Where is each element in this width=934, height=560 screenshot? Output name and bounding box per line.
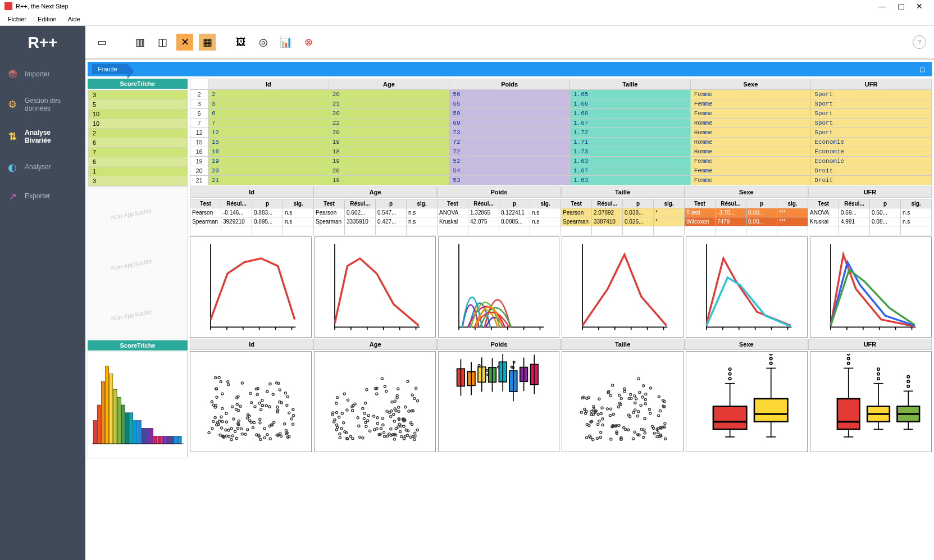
sidebar-item-exporter[interactable]: ↗ Exporter	[0, 182, 85, 211]
data-cell[interactable]: 1.65	[569, 90, 690, 99]
stat-cell[interactable]: 4.991	[839, 217, 870, 226]
stat-cell[interactable]: Pearson	[314, 208, 345, 217]
data-cell[interactable]: 12	[208, 128, 329, 138]
data-cell[interactable]: 73	[449, 128, 570, 138]
stat-cell[interactable]: Wilcoxon	[685, 217, 716, 226]
data-cell[interactable]: 1.67	[569, 119, 690, 128]
minimize-icon[interactable]: —	[878, 2, 886, 11]
data-cell[interactable]: 20	[329, 166, 449, 176]
row-index[interactable]: 16	[190, 147, 208, 157]
data-cell[interactable]: Sport	[811, 128, 932, 138]
stat-cell[interactable]: *	[654, 217, 685, 226]
scatter-chart[interactable]	[314, 351, 436, 452]
scatter-chart[interactable]	[190, 351, 312, 452]
row-index[interactable]: 15	[190, 138, 208, 147]
data-cell[interactable]: 20	[329, 109, 449, 119]
data-cell[interactable]: 19	[329, 176, 449, 185]
stat-cell[interactable]: n.s	[901, 217, 932, 226]
score-row[interactable]: 2	[88, 129, 187, 138]
stat-cell[interactable]: n.s	[407, 208, 438, 217]
data-cell[interactable]: 19	[329, 138, 449, 147]
stat-cell[interactable]: 0.08...	[870, 217, 901, 226]
scatter-chart[interactable]	[438, 351, 560, 452]
stat-cell[interactable]: n.s	[901, 208, 932, 217]
stat-cell[interactable]: ***	[777, 208, 808, 217]
stat-cell[interactable]: 0.00...	[746, 208, 777, 217]
stat-cell[interactable]: 0.50...	[870, 208, 901, 217]
data-cell[interactable]: 21	[208, 176, 329, 185]
data-cell[interactable]: 52	[449, 157, 570, 166]
data-cell[interactable]: 19	[208, 157, 329, 166]
data-cell[interactable]: 20	[208, 166, 329, 176]
data-cell[interactable]: 59	[449, 109, 570, 119]
data-cell[interactable]: 21	[329, 99, 449, 109]
stat-cell[interactable]: Spearman	[314, 217, 345, 226]
density-chart[interactable]	[686, 236, 808, 338]
density-chart[interactable]	[562, 236, 684, 338]
data-cell[interactable]: 1.63	[569, 176, 690, 185]
menu-aide[interactable]: Aide	[68, 16, 80, 22]
stat-cell[interactable]: n.s	[530, 208, 561, 217]
row-index[interactable]: 2	[190, 90, 208, 99]
help-icon[interactable]: ?	[913, 35, 926, 49]
stat-cell[interactable]: n.s	[407, 217, 438, 226]
data-cell[interactable]: 56	[449, 90, 570, 99]
data-cell[interactable]: 1.63	[569, 157, 690, 166]
stat-cell[interactable]: -0.146...	[221, 208, 252, 217]
tool-btn-zoom[interactable]: ◎	[255, 34, 272, 51]
data-cell[interactable]: 1.67	[569, 166, 690, 176]
stat-cell[interactable]: 0.122411	[499, 208, 530, 217]
column-header[interactable]: Sexe	[690, 79, 811, 90]
data-cell[interactable]: Economie	[811, 147, 932, 157]
stat-cell[interactable]: -3.70...	[716, 208, 746, 217]
scatter-chart[interactable]	[810, 351, 932, 452]
close-icon[interactable]: ✕	[916, 2, 923, 11]
stat-cell[interactable]: 3387410	[592, 217, 623, 226]
row-index[interactable]: 12	[190, 128, 208, 138]
stat-cell[interactable]: 0.602...	[345, 208, 376, 217]
stat-cell[interactable]: ANOVA	[438, 208, 468, 217]
score-row[interactable]: 1	[88, 167, 187, 176]
data-cell[interactable]: Sport	[811, 119, 932, 128]
data-cell[interactable]: 20	[329, 128, 449, 138]
stat-cell[interactable]: 1.32865	[468, 208, 499, 217]
row-index[interactable]: 21	[190, 176, 208, 185]
data-cell[interactable]: Sport	[811, 90, 932, 99]
tool-btn-cross[interactable]: ✕	[176, 34, 193, 51]
score-row[interactable]: 10	[88, 110, 187, 119]
data-cell[interactable]: Femme	[690, 90, 811, 99]
stat-cell[interactable]: Pearson	[561, 208, 592, 217]
column-header[interactable]: Poids	[449, 79, 570, 90]
expand-icon[interactable]: ▢	[919, 66, 925, 73]
stat-cell[interactable]: 7479	[716, 217, 746, 226]
tool-btn-grid[interactable]: ▦	[199, 34, 216, 51]
data-cell[interactable]: Homme	[690, 128, 811, 138]
sidebar-item-bivariee[interactable]: ⇅ Analyse Bivariée	[0, 121, 85, 153]
dataset-tab[interactable]: Fraude	[92, 64, 127, 74]
column-header[interactable]: Id	[208, 79, 329, 90]
menu-edition[interactable]: Edition	[38, 16, 57, 22]
stat-cell[interactable]: Kruskal	[808, 217, 839, 226]
score-row[interactable]: 3	[88, 90, 187, 100]
data-cell[interactable]: 3	[208, 99, 329, 109]
sidebar-item-analyser[interactable]: ◐ Analyser	[0, 153, 85, 182]
stat-cell[interactable]: 0.026...	[623, 217, 654, 226]
data-cell[interactable]: 1.66	[569, 99, 690, 109]
stat-cell[interactable]: 0.038...	[623, 208, 654, 217]
stat-cell[interactable]: 0.69...	[839, 208, 870, 217]
score-row[interactable]: 6	[88, 157, 187, 167]
stat-cell[interactable]: 0.547...	[376, 208, 407, 217]
column-header[interactable]: UFR	[811, 79, 932, 90]
sidebar-item-importer[interactable]: ⛃ Importer	[0, 60, 85, 89]
score-row[interactable]: 3	[88, 176, 187, 186]
sidebar-item-gestion[interactable]: ⚙ Gestion des données	[0, 89, 85, 121]
menu-fichier[interactable]: Fichier	[8, 16, 26, 22]
density-chart[interactable]	[314, 236, 436, 338]
stat-cell[interactable]: Spearman	[561, 217, 592, 226]
column-header[interactable]: Taille	[569, 79, 690, 90]
stat-cell[interactable]: Spearman	[190, 217, 221, 226]
row-index[interactable]: 3	[190, 99, 208, 109]
data-cell[interactable]: 20	[329, 90, 449, 99]
data-cell[interactable]: 69	[449, 119, 570, 128]
column-header[interactable]: Age	[329, 79, 449, 90]
